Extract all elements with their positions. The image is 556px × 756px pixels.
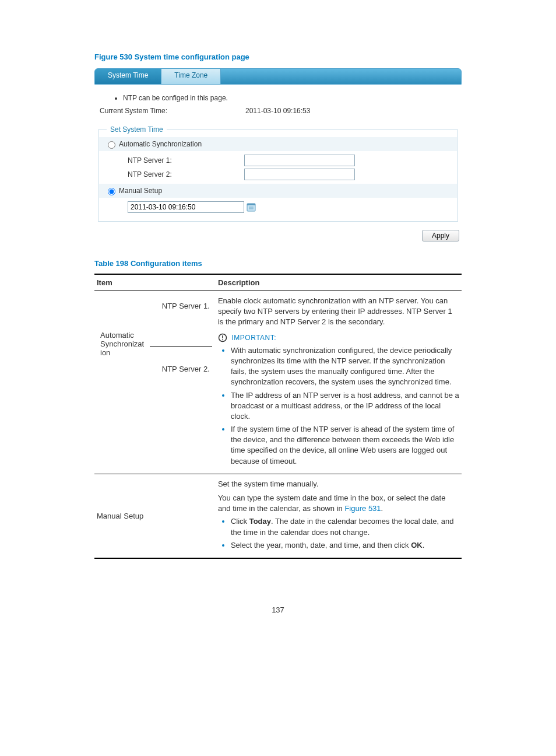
radio-manual-setup[interactable] [108, 188, 115, 195]
table-caption: Table 198 Configuration items [94, 259, 462, 268]
desc-intro: Enable clock automatic synchronization w… [218, 296, 459, 328]
important-icon [218, 333, 227, 342]
auto-sync-label: Automatic Synchronization [119, 140, 202, 148]
th-item: Item [94, 274, 216, 291]
link-figure-531[interactable]: Figure 531 [344, 504, 381, 513]
manual-setup-label: Manual Setup [119, 187, 162, 195]
calendar-icon[interactable] [247, 202, 256, 212]
set-system-time-fieldset: Set System Time Automatic Synchronizatio… [98, 125, 458, 222]
page-number: 137 [94, 606, 462, 614]
manual-bullet-1: Click Today. The date in the calendar be… [231, 516, 459, 537]
cell-manual-setup-desc: Set the system time manually. You can ty… [216, 474, 462, 558]
svg-rect-5 [222, 335, 223, 338]
current-time-label: Current System Time: [97, 107, 245, 115]
manual-datetime-input[interactable] [128, 201, 244, 213]
apply-button[interactable]: Apply [422, 230, 459, 242]
panel-note: NTP can be configed in this page. [123, 94, 459, 102]
th-description: Description [216, 274, 462, 291]
manual-desc-1: Set the system time manually. [218, 479, 459, 489]
tab-bar-spacer [221, 69, 461, 84]
tab-time-zone[interactable]: Time Zone [161, 69, 221, 84]
current-time-value: 2011-03-10 09:16:53 [245, 107, 459, 115]
svg-rect-6 [222, 340, 223, 341]
svg-rect-1 [247, 204, 255, 205]
tab-system-time[interactable]: System Time [95, 69, 161, 84]
radio-auto-sync[interactable] [108, 141, 115, 149]
item-manual-setup: Manual Setup [94, 474, 216, 558]
auto-sync-bullet-1: With automatic synchronization configure… [231, 345, 459, 388]
ntp-server-1-input[interactable] [244, 155, 355, 166]
manual-bullet-2: Select the year, month, date, and time, … [231, 540, 459, 551]
ntp-server-2-label: NTP Server 2: [128, 170, 244, 178]
fieldset-legend: Set System Time [107, 125, 167, 134]
option-auto-sync-row: Automatic Synchronization [99, 137, 457, 151]
tab-bar: System Time Time Zone [94, 68, 462, 85]
panel-body: NTP can be configed in this page. Curren… [94, 85, 462, 242]
option-manual-setup-row: Manual Setup [99, 184, 457, 198]
cell-auto-sync-desc: Enable clock automatic synchronization w… [216, 291, 462, 474]
manual-desc-2: You can type the system date and time in… [218, 493, 459, 514]
auto-sync-bullet-2: The IP address of an NTP server is a hos… [231, 390, 459, 422]
ntp-server-2-input[interactable] [244, 169, 355, 180]
auto-sync-bullet-3: If the system time of the NTP server is … [231, 424, 459, 467]
important-label: IMPORTANT: [232, 334, 277, 342]
cell-auto-sync: Automatic Synchronizat ion NTP Server 1.… [94, 291, 216, 474]
figure-caption: Figure 530 System time configuration pag… [94, 52, 462, 61]
ntp-server-1-label: NTP Server 1: [128, 156, 244, 164]
item-ntp2: NTP Server 2. [150, 346, 212, 391]
item-auto-sync: Automatic Synchronizat ion [98, 297, 149, 391]
item-ntp1: NTP Server 1. [150, 297, 212, 345]
configuration-items-table: Item Description Automatic Synchronizat … [94, 274, 462, 559]
